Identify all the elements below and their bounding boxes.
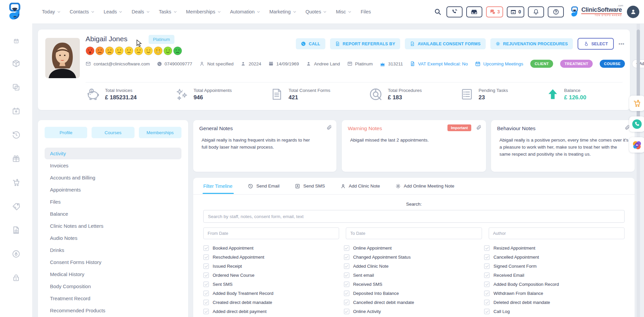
timeline-tab-add-online-meeting-note[interactable]: Add Online Meeting Note: [395, 183, 454, 189]
mood-face-5[interactable]: [124, 46, 133, 55]
sidebar-item-recommended-products[interactable]: Recommended Products: [45, 305, 181, 316]
mood-face-6[interactable]: [134, 46, 143, 55]
mood-face-9[interactable]: [163, 46, 172, 55]
nav-item-contacts[interactable]: Contacts: [70, 9, 95, 14]
checkbox-cancelled-direct-debit-mandate[interactable]: [344, 300, 350, 305]
mood-face-4[interactable]: [115, 46, 124, 55]
quick-cart-button[interactable]: [629, 96, 644, 111]
mood-face-1[interactable]: [86, 46, 95, 55]
rail-copy-icon[interactable]: [12, 83, 20, 93]
mood-face-8[interactable]: [154, 46, 163, 55]
app-logo-hourglass-icon[interactable]: [7, 3, 22, 21]
nav-item-automation[interactable]: Automation: [230, 9, 260, 14]
rail-package-icon[interactable]: [12, 59, 20, 69]
notifications-button[interactable]: [528, 6, 544, 17]
quick-call-button[interactable]: [629, 116, 644, 132]
sidebar-item-medical-history[interactable]: Medical History: [45, 268, 181, 280]
brand-logo[interactable]: ClinicSoftware .com TEN STEPS AHEAD: [570, 6, 622, 17]
pos-button[interactable]: 0: [507, 6, 524, 17]
sidebar-item-clinic-notes-and-letters[interactable]: Clinic Notes and Letters: [45, 220, 181, 232]
timeline-search-input[interactable]: [203, 210, 625, 223]
nav-item-leads[interactable]: Leads: [104, 9, 123, 14]
nav-item-marketing[interactable]: Marketing: [269, 9, 297, 14]
more-options-button[interactable]: •••: [619, 41, 625, 47]
dialer-button[interactable]: [446, 6, 463, 17]
rail-clock-lock-icon[interactable]: [12, 250, 20, 260]
sidebar-item-appointments[interactable]: Appointments: [45, 184, 181, 196]
author-input[interactable]: [489, 227, 625, 239]
checkbox-received-sms[interactable]: [344, 281, 350, 287]
select-button[interactable]: SELECT: [578, 38, 614, 50]
timeline-tab-send-email[interactable]: Send Email: [248, 183, 279, 189]
nav-item-memberships[interactable]: Memberships: [186, 9, 221, 14]
sidebar-item-drinks[interactable]: Drinks: [45, 244, 181, 256]
help-button[interactable]: [548, 6, 564, 17]
nav-item-tasks[interactable]: Tasks: [159, 9, 177, 14]
rail-history-icon[interactable]: [12, 130, 20, 141]
available-consent-forms-button[interactable]: AVAILABLE CONSENT FORMS: [405, 38, 485, 49]
checkbox-added-body-treatment-record[interactable]: [203, 290, 209, 296]
rail-calendar-import-icon[interactable]: [12, 107, 20, 117]
timeline-tab-send-sms[interactable]: Send SMS: [295, 183, 325, 189]
checkbox-received-email[interactable]: [484, 272, 490, 278]
from-date-input[interactable]: [203, 227, 339, 239]
sidebar-item-activity[interactable]: Activity: [45, 148, 181, 159]
checkbox-added-body-composition-record[interactable]: [484, 281, 490, 287]
search-icon[interactable]: [434, 8, 441, 15]
checkbox-created-direct-debit-manadate[interactable]: [203, 300, 209, 305]
checkbox-ordered-new-course[interactable]: [203, 272, 209, 278]
rail-report-chart-icon[interactable]: [12, 226, 20, 236]
ai-assistant-button[interactable]: AI: [629, 137, 644, 153]
timeline-tab-add-clinic-note[interactable]: Add Clinic Note: [340, 183, 380, 189]
timeline-tab-filter-timeline[interactable]: Filter Timeline: [203, 183, 232, 189]
nav-item-deals[interactable]: Deals: [131, 9, 150, 14]
checkbox-rescheduled-appointment[interactable]: [203, 254, 209, 260]
checkbox-cancelled-appointment[interactable]: [484, 254, 490, 260]
sidebar-item-audio-notes[interactable]: Audio Notes: [45, 232, 181, 244]
sidebar-item-files[interactable]: Files: [45, 196, 181, 208]
checkbox-added-clinic-note[interactable]: [344, 263, 350, 269]
contact-07490009777[interactable]: 07490009777: [157, 61, 193, 66]
sidebar-item-balance[interactable]: Balance: [45, 208, 181, 220]
checkbox-call-log[interactable]: [484, 309, 490, 314]
tab-profile[interactable]: Profile: [45, 127, 87, 138]
sidebar-item-consent-forms-history[interactable]: Consent Forms History: [45, 256, 181, 268]
tab-memberships[interactable]: Memberships: [139, 127, 181, 138]
rail-voucher-icon[interactable]: [12, 202, 20, 212]
rail-calendar-date-icon[interactable]: 12: [13, 38, 19, 45]
mood-face-3[interactable]: [105, 46, 114, 55]
mood-face-10[interactable]: [173, 46, 182, 55]
checkbox-resized-appointment[interactable]: [484, 245, 490, 251]
checkbox-withdrawn-from-balance[interactable]: [484, 290, 490, 296]
rail-padlock-icon[interactable]: [12, 273, 20, 283]
checkbox-issued-receipt[interactable]: [203, 263, 209, 269]
rail-gift-icon[interactable]: [12, 154, 20, 164]
checkbox-signed-consent-form[interactable]: [484, 263, 490, 269]
checkbox-deposited-into-balance[interactable]: [344, 290, 350, 296]
sidebar-item-invoices[interactable]: Invoices: [45, 160, 181, 171]
to-date-input[interactable]: [346, 227, 482, 239]
chat-button[interactable]: 3: [486, 6, 503, 17]
nav-item-misc[interactable]: Misc: [336, 9, 352, 14]
nav-item-files[interactable]: Files: [361, 9, 371, 14]
contact-vat-exempt-medical-no[interactable]: VAT Exempt Medical: No: [410, 61, 468, 66]
mood-face-2[interactable]: [95, 46, 104, 55]
paperclip-icon[interactable]: [476, 124, 482, 130]
report-referrals-by-button[interactable]: REPORT REFERRALS BY: [330, 38, 400, 49]
checkbox-added-direct-debit-payment[interactable]: [203, 309, 209, 314]
call-button[interactable]: CALL: [296, 38, 325, 49]
checkbox-online-appointment[interactable]: [344, 245, 350, 251]
tab-courses[interactable]: Courses: [92, 127, 134, 138]
checkbox-booked-appointment[interactable]: [203, 245, 209, 251]
checkbox-changed-appointment-status[interactable]: [344, 254, 350, 260]
checkbox-sent-sms[interactable]: [203, 281, 209, 287]
sidebar-item-treatment-record[interactable]: Treatment Record: [45, 293, 181, 304]
checkbox-deleted-direct-debit-mandate[interactable]: [484, 300, 490, 305]
tier-badge[interactable]: Platinum: [149, 35, 174, 44]
mood-face-7[interactable]: [144, 46, 153, 55]
nav-item-today[interactable]: Today: [42, 9, 61, 14]
inbox-button[interactable]: [466, 6, 482, 17]
checkbox-sent-email[interactable]: [344, 272, 350, 278]
contact-contact-clinicsoftware-com[interactable]: contact@clinicsoftware.com: [86, 61, 150, 66]
checkbox-online-activity[interactable]: [344, 309, 350, 314]
